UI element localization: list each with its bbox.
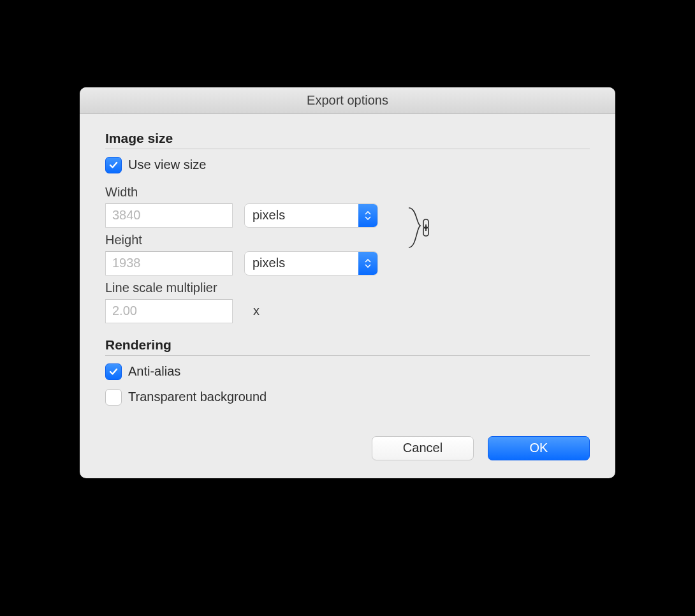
cancel-button-label: Cancel — [403, 441, 443, 455]
chevron-up-down-icon — [358, 252, 377, 275]
width-label: Width — [105, 185, 378, 200]
line-scale-label: Line scale multiplier — [105, 281, 590, 295]
line-scale-input[interactable] — [105, 299, 233, 323]
width-units-select[interactable]: pixels — [244, 203, 378, 228]
image-size-section-header: Image size — [105, 131, 590, 149]
link-icon — [423, 219, 428, 236]
export-options-dialog: Export options Image size Use view size … — [80, 87, 615, 478]
height-label: Height — [105, 233, 378, 247]
titlebar: Export options — [80, 87, 615, 114]
transparent-bg-label: Transparent background — [128, 390, 267, 404]
cancel-button[interactable]: Cancel — [372, 436, 474, 460]
width-input[interactable] — [105, 203, 233, 228]
line-scale-suffix: x — [253, 304, 260, 318]
rendering-section-header: Rendering — [105, 337, 590, 356]
ok-button[interactable]: OK — [488, 436, 590, 460]
use-view-size-checkbox[interactable] — [105, 157, 122, 173]
transparent-bg-checkbox[interactable] — [105, 389, 122, 406]
aspect-link-toggle[interactable] — [406, 188, 434, 267]
height-units-value: pixels — [252, 256, 285, 270]
ok-button-label: OK — [530, 441, 548, 455]
use-view-size-label: Use view size — [128, 158, 206, 172]
dialog-content: Image size Use view size Width pixels — [80, 114, 615, 478]
height-units-select[interactable]: pixels — [244, 251, 378, 275]
width-units-value: pixels — [252, 208, 285, 223]
height-input[interactable] — [105, 251, 233, 275]
chevron-up-down-icon — [358, 204, 377, 227]
anti-alias-label: Anti-alias — [128, 364, 180, 379]
anti-alias-checkbox[interactable] — [105, 363, 122, 380]
dialog-title: Export options — [307, 93, 388, 108]
